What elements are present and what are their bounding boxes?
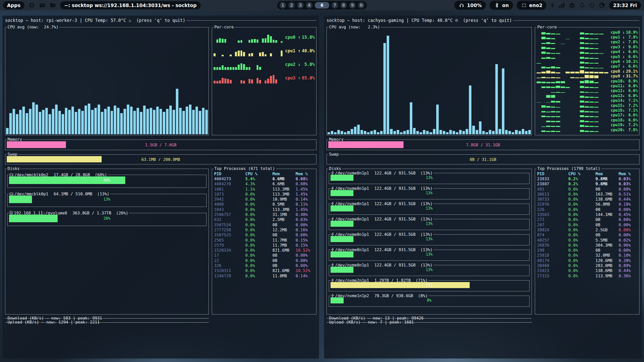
disk-entry: /dev/nvme0n1p1 122.4GB / 931.5GB (13%)13… — [329, 173, 530, 184]
chart-bar — [81, 111, 84, 134]
layout-icon[interactable] — [599, 2, 605, 9]
process-cell: 2596757 — [214, 212, 245, 217]
core-spark-bar — [243, 81, 245, 83]
process-cell: 31023 — [537, 268, 568, 273]
core-sparkline — [537, 50, 608, 54]
process-cell: 283.0MB — [595, 263, 619, 268]
memory-usage-text: 7.8GB / 31.1GB — [327, 142, 639, 147]
process-cell: 0B — [595, 207, 619, 212]
chart-bar — [49, 114, 51, 134]
process-cell: 2565 — [214, 238, 245, 243]
clock-pill[interactable]: 23:32 Fri — [609, 1, 641, 9]
core-label: cpu2↓7.8% — [611, 40, 638, 44]
core-spark-bar — [551, 107, 555, 108]
chart-bar — [456, 132, 458, 134]
process-cell: 0.00% — [619, 217, 638, 222]
process-cell: 0.38% — [619, 258, 638, 263]
workspace-7[interactable]: 7 — [332, 2, 338, 9]
volume-pill[interactable]: 100% — [454, 1, 486, 10]
core-spark-bar — [541, 43, 546, 44]
workspace-9[interactable]: 9 — [349, 2, 356, 9]
signal-bars-icon[interactable] — [558, 2, 565, 8]
core-spark-bar — [265, 80, 267, 83]
core-arrow-icon: ↑ — [298, 35, 300, 40]
process-cell: 0.00% — [296, 253, 315, 258]
process-cell: 4084270 — [214, 182, 245, 186]
core-percent: 6.0% — [625, 94, 638, 98]
core-spark-bar — [585, 97, 589, 98]
workspace-3[interactable]: 3 — [297, 2, 304, 9]
core-arrow-icon: ↓ — [622, 40, 625, 44]
disk-list: /dev/nvme0n1p1 122.4GB / 931.5GB (13%)13… — [327, 173, 532, 307]
terminal-window-cachyos-gaming[interactable]: socktop — host: cachyos-gaming | CPU Tem… — [324, 16, 642, 358]
mail-icon[interactable] — [39, 2, 46, 9]
terminal-window-rpi-worker-3[interactable]: socktop — host: rpi-worker-3 | CPU Temp:… — [3, 16, 319, 358]
core-name: cpu4 — [611, 50, 623, 54]
disk-percent-label: 13% — [329, 267, 529, 272]
disks-label: Disks — [328, 166, 342, 171]
core-spark-bar — [594, 34, 598, 34]
core-spark-bar — [249, 40, 251, 43]
process-cell: 0.0% — [245, 263, 272, 268]
bolt-icon[interactable] — [550, 2, 555, 9]
core-spark-bar — [249, 54, 251, 56]
column-header: Mem — [595, 171, 619, 176]
apps-button[interactable]: Apps — [3, 1, 24, 9]
process-cell: 9.8MB — [595, 176, 619, 181]
disk-entry: /dev/nvme0n1p1 122.4GB / 931.5GB (13%)13… — [329, 265, 530, 276]
terminal-title-pill[interactable]: ~: socktop ws://192.168.1.104:3031/ws - … — [60, 1, 200, 9]
core-spark-bar — [240, 40, 243, 43]
core-spark-bar — [594, 102, 598, 103]
core-spark-bar — [556, 67, 560, 69]
top-processes-panel: Top Processes (1790 total) PIDCPU %MemMe… — [535, 169, 639, 314]
process-cell: 31.1MB — [272, 212, 296, 217]
core-spark-bar — [546, 126, 550, 127]
window-icon[interactable] — [28, 2, 35, 9]
process-row: 35075250.0%0B0.00% — [214, 233, 315, 238]
process-cell: 0.0% — [568, 238, 595, 243]
process-row: 12467290.0%11.0MB0.14% — [214, 273, 315, 278]
core-sparkline — [214, 32, 283, 43]
chart-bar — [420, 132, 422, 134]
process-cell: 0.0% — [568, 268, 595, 273]
workspace-2[interactable]: 2 — [288, 2, 295, 9]
workspace-4[interactable]: 4 — [306, 2, 312, 9]
workspace-1[interactable]: 1 — [279, 2, 286, 9]
chart-bar — [439, 130, 442, 134]
chart-bar — [413, 128, 416, 134]
workspace-6[interactable]: 6 — [315, 2, 329, 9]
process-cell: 0.0% — [245, 248, 272, 253]
core-spark-bar — [580, 77, 584, 78]
disk-usage: 122.4GB / 931.5GB (13%) — [374, 263, 433, 267]
chart-bar — [380, 131, 383, 134]
process-row: 238330.2%9.8MB0.03% — [537, 176, 638, 181]
column-header: Mem — [272, 171, 296, 176]
core-spark-bar — [273, 75, 275, 83]
layers-icon[interactable] — [569, 2, 575, 9]
network-pill[interactable]: eno2 — [517, 1, 547, 10]
chart-bar — [383, 43, 386, 134]
core-spark-bar — [589, 87, 594, 88]
process-cell: 0.44% — [619, 197, 638, 202]
power-icon[interactable] — [589, 2, 595, 8]
network-interface: eno2 — [529, 3, 543, 8]
workspace-8[interactable]: 8 — [340, 2, 347, 9]
chart-bar — [522, 129, 524, 134]
process-cell: 0.00% — [619, 187, 638, 192]
folder-icon[interactable] — [50, 2, 56, 9]
chart-bar — [26, 113, 28, 134]
core-row: cpu2↓5.0% — [214, 58, 315, 71]
workspace-0[interactable]: 0 — [358, 2, 365, 9]
chart-bar — [400, 132, 403, 134]
core-spark-bar — [238, 40, 240, 43]
core-sparkline — [537, 45, 608, 49]
core-spark-bar — [546, 95, 550, 98]
bell-icon[interactable] — [579, 2, 585, 9]
core-spark-bar — [561, 81, 565, 83]
process-row: 10430.0%113.3MB1.45% — [214, 207, 315, 212]
core-spark-bar — [240, 80, 243, 83]
chart-bar — [397, 130, 399, 134]
core-spark-bar — [551, 111, 555, 112]
bluetooth-pill[interactable]: on — [490, 1, 513, 10]
process-cell: 0.16% — [296, 228, 315, 232]
